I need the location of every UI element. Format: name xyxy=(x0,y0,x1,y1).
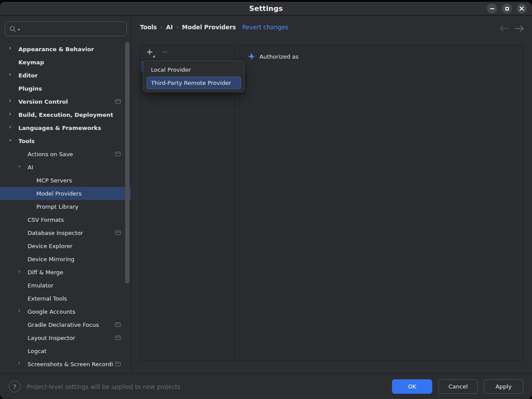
sidebar-item[interactable]: MCP Servers xyxy=(0,174,131,187)
sidebar-item-label: Languages & Frameworks xyxy=(18,125,101,131)
breadcrumb-separator: › xyxy=(173,24,182,30)
sidebar-item-label: CSV Formats xyxy=(28,217,64,223)
cancel-button[interactable]: Cancel xyxy=(438,379,478,394)
back-arrow-icon[interactable] xyxy=(500,25,509,32)
search-options-chevron-icon[interactable] xyxy=(18,29,20,31)
sidebar-item[interactable]: ›Tools xyxy=(0,134,131,147)
sidebar-item[interactable]: ›Appearance & Behavior xyxy=(0,42,131,56)
breadcrumb-separator: › xyxy=(157,24,166,30)
sidebar-item[interactable]: Keymap xyxy=(0,56,131,69)
add-provider-button[interactable]: + xyxy=(145,48,154,56)
sidebar-scrollbar[interactable] xyxy=(125,42,130,284)
chevron-right-icon[interactable]: › xyxy=(18,308,21,314)
sidebar-item-label: Layout Inspector xyxy=(28,335,75,341)
sidebar-item-label: Actions on Save xyxy=(28,151,73,158)
add-dropdown-arrow-icon xyxy=(153,55,155,57)
remove-provider-button[interactable]: − xyxy=(160,48,169,56)
titlebar[interactable]: Settings xyxy=(0,2,532,16)
footer: ? Project-level settings will be applied… xyxy=(0,374,532,399)
sidebar-item-label: External Tools xyxy=(28,295,67,302)
breadcrumb-segment[interactable]: Tools xyxy=(140,24,157,31)
history-navigation xyxy=(500,25,524,32)
sidebar-item[interactable]: ›Version Control xyxy=(0,95,131,108)
authorized-as-row: Authorized as xyxy=(248,53,298,60)
chevron-down-icon[interactable]: › xyxy=(16,165,23,168)
breadcrumb-segment[interactable]: Model Providers xyxy=(182,24,236,31)
sidebar-item-label: Database Inspector xyxy=(28,230,83,236)
help-icon: ? xyxy=(13,383,16,390)
sidebar-item[interactable]: ›Screenshots & Screen Recordi xyxy=(0,357,131,371)
popup-item[interactable]: Third-Party Remote Provider xyxy=(147,77,241,89)
applied-settings-icon xyxy=(115,362,121,366)
sidebar-item-label: Appearance & Behavior xyxy=(18,46,94,52)
applied-settings-icon xyxy=(115,336,121,340)
chevron-right-icon[interactable]: › xyxy=(9,111,11,117)
breadcrumb-segment[interactable]: AI xyxy=(166,24,172,31)
sidebar-item[interactable]: Device Explorer xyxy=(0,239,131,252)
sidebar-item[interactable]: ›Diff & Merge xyxy=(0,266,131,279)
applied-settings-icon xyxy=(115,152,121,156)
sidebar-item[interactable]: CSV Formats xyxy=(0,213,131,226)
forward-arrow-icon[interactable] xyxy=(515,25,524,32)
sidebar-item-label: Keymap xyxy=(18,59,44,66)
sidebar-item[interactable]: ›Build, Execution, Deployment xyxy=(0,108,131,121)
sidebar-item-label: Editor xyxy=(18,72,38,79)
sidebar-item[interactable]: Gradle Declarative Focus xyxy=(0,318,131,331)
sidebar-item-label: Device Explorer xyxy=(28,243,73,249)
sidebar-item[interactable]: Logcat xyxy=(0,344,131,357)
minimize-button[interactable] xyxy=(487,4,497,14)
applied-settings-icon xyxy=(115,322,121,327)
remove-icon: − xyxy=(161,47,168,56)
chevron-right-icon[interactable]: › xyxy=(9,45,11,52)
chevron-right-icon[interactable]: › xyxy=(9,71,11,78)
sidebar-item-label: Version Control xyxy=(18,98,68,105)
close-button[interactable] xyxy=(517,4,527,14)
sidebar-item[interactable]: Database Inspector xyxy=(0,226,131,239)
settings-window: Settings ›Appearance xyxy=(0,2,532,399)
popup-item[interactable]: Local Provider xyxy=(147,63,241,76)
sidebar-item[interactable]: Plugins xyxy=(0,82,131,95)
provider-list-panel: + − xyxy=(140,45,235,361)
sidebar-item-label: Screenshots & Screen Recordi xyxy=(28,361,113,368)
sidebar-item[interactable]: ›Languages & Frameworks xyxy=(0,121,131,134)
authorized-as-label: Authorized as xyxy=(259,53,298,60)
sidebar-item-label: Google Accounts xyxy=(28,308,75,315)
sidebar-item[interactable]: Prompt Library xyxy=(0,200,131,213)
minimize-icon xyxy=(490,8,494,9)
sidebar-item-label: Gradle Declarative Focus xyxy=(28,322,99,328)
chevron-down-icon[interactable]: › xyxy=(7,139,14,141)
search-icon xyxy=(9,25,17,33)
sidebar-item[interactable]: ›Google Accounts xyxy=(0,305,131,318)
sidebar-item-label: Device Mirroring xyxy=(28,256,74,262)
close-icon xyxy=(519,6,524,11)
chevron-right-icon[interactable]: › xyxy=(18,360,21,367)
chevron-right-icon[interactable]: › xyxy=(18,268,21,275)
chevron-right-icon[interactable]: › xyxy=(9,124,11,130)
window-controls xyxy=(487,4,527,14)
sidebar-item[interactable]: Layout Inspector xyxy=(0,331,131,344)
applied-settings-icon xyxy=(115,231,121,235)
help-button[interactable]: ? xyxy=(9,381,21,392)
sidebar-item[interactable]: External Tools xyxy=(0,292,131,305)
sidebar-item[interactable]: Device Mirroring xyxy=(0,252,131,266)
chevron-right-icon[interactable]: › xyxy=(9,98,11,104)
search-input[interactable] xyxy=(5,21,127,36)
sidebar-item[interactable]: Model Providers xyxy=(0,187,131,200)
sidebar-item[interactable]: ›Editor xyxy=(0,69,131,82)
ok-button[interactable]: OK xyxy=(392,379,432,394)
sidebar-item-label: Prompt Library xyxy=(36,203,78,210)
provider-detail-panel: Authorized as xyxy=(238,45,523,361)
sidebar-item[interactable]: ›AI xyxy=(0,161,131,174)
sidebar-item[interactable]: Emulator xyxy=(0,279,131,292)
maximize-button[interactable] xyxy=(502,4,512,14)
apply-button[interactable]: Apply xyxy=(484,379,523,394)
revert-changes-link[interactable]: Revert changes xyxy=(242,24,288,31)
ai-sparkle-icon xyxy=(248,53,255,60)
sidebar-item-label: Logcat xyxy=(28,348,46,354)
add-icon: + xyxy=(146,47,153,56)
sidebar-item-label: Emulator xyxy=(28,282,53,289)
sidebar-item[interactable]: Actions on Save xyxy=(0,147,131,161)
add-provider-popup: Local ProviderThird-Party Remote Provide… xyxy=(143,60,245,92)
sidebar-item-label: Model Providers xyxy=(36,190,81,197)
applied-settings-icon xyxy=(115,99,121,104)
